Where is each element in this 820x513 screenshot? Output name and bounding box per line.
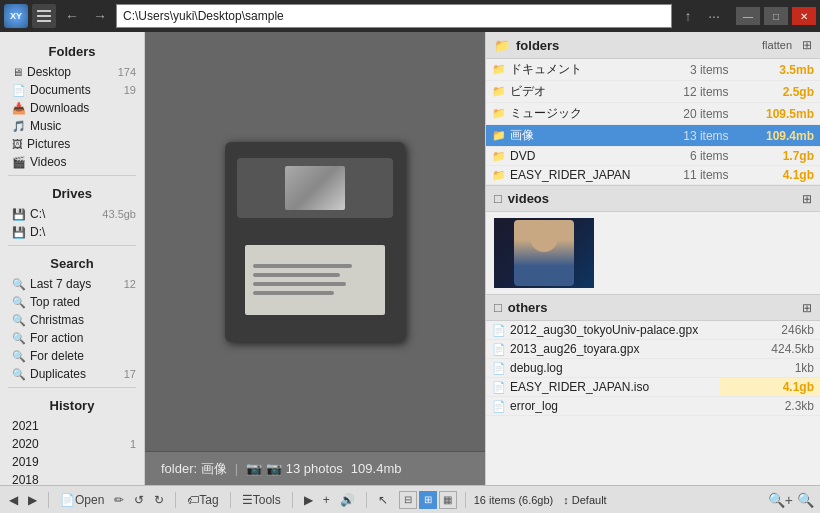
others-table: 📄2012_aug30_tokyoUniv-palace.gpx246kb📄20… [486, 321, 820, 416]
sidebar-item-label: Downloads [30, 101, 136, 115]
videos-section-title: videos [508, 191, 796, 206]
nav-back-button[interactable]: ← [60, 4, 84, 28]
minimize-button[interactable]: — [736, 7, 760, 25]
tools-icon: ☰ [242, 493, 253, 507]
divider-2 [8, 245, 136, 246]
file-row[interactable]: 📄EASY_RIDER_JAPAN.iso4.1gb [486, 378, 820, 397]
sidebar-item-downloads[interactable]: 📥Downloads [0, 99, 144, 117]
folders-grid-icon[interactable]: ⊞ [802, 38, 812, 52]
folder-icon: 🖥 [12, 66, 23, 78]
file-row[interactable]: 📄2012_aug30_tokyoUniv-palace.gpx246kb [486, 321, 820, 340]
edit-button[interactable]: ✏ [111, 491, 127, 509]
hamburger-button[interactable] [32, 4, 56, 28]
folder-row[interactable]: 📁ビデオ12 items2.5gb [486, 81, 820, 103]
others-grid-icon[interactable]: ⊞ [802, 301, 812, 315]
sidebar-history-2020[interactable]: 20201 [0, 435, 144, 453]
sidebar-search-top-rated[interactable]: 🔍Top rated [0, 293, 144, 311]
file-row[interactable]: 📄debug.log1kb [486, 359, 820, 378]
preview-panel [145, 32, 485, 451]
file-name-cell: 📄2013_aug26_toyara.gpx [486, 340, 720, 359]
folders-section-title: Folders [0, 38, 144, 63]
nav-forward-button[interactable]: → [88, 4, 112, 28]
sidebar-search-for-action[interactable]: 🔍For action [0, 329, 144, 347]
folders-table: 📁ドキュメント3 items3.5mb📁ビデオ12 items2.5gb📁ミュー… [486, 59, 820, 185]
tag-icon: 🏷 [187, 493, 199, 507]
close-button[interactable]: ✕ [792, 7, 816, 25]
sidebar-drive-count: 43.5gb [102, 208, 136, 220]
video-thumbnail[interactable] [494, 218, 594, 288]
folders-section-title: folders [516, 38, 752, 53]
status-sep-5 [366, 492, 367, 508]
open-button[interactable]: 📄 Open [57, 491, 107, 509]
more-button[interactable]: ··· [704, 8, 724, 24]
sidebar-item-documents[interactable]: 📄Documents19 [0, 81, 144, 99]
folder-row[interactable]: 📁ドキュメント3 items3.5mb [486, 59, 820, 81]
folder-count-cell: 11 items [653, 166, 735, 185]
folder-row[interactable]: 📁EASY_RIDER_JAPAN11 items4.1gb [486, 166, 820, 185]
folder-row[interactable]: 📁画像13 items109.4mb [486, 125, 820, 147]
sidebar-search-label: Duplicates [30, 367, 120, 381]
folders-section-header: 📁 folders flatten ⊞ [486, 32, 820, 59]
tag-button[interactable]: 🏷 Tag [184, 491, 221, 509]
sidebar-search-duplicates[interactable]: 🔍Duplicates17 [0, 365, 144, 383]
flatten-button[interactable]: flatten [758, 37, 796, 53]
folder-photos-size: 109.4mb [351, 461, 402, 476]
folder-size-cell: 109.4mb [735, 125, 820, 147]
folder-icon: 🖼 [12, 138, 23, 150]
sidebar-search-for-delete[interactable]: 🔍For delete [0, 347, 144, 365]
tag-label: Tag [199, 493, 218, 507]
videos-section-header: □ videos ⊞ [486, 186, 820, 212]
sidebar-history-2021[interactable]: 2021 [0, 417, 144, 435]
view-btn-1[interactable]: ⊟ [399, 491, 417, 509]
sidebar-item-music[interactable]: 🎵Music [0, 117, 144, 135]
file-icon: 📄 [492, 362, 506, 374]
sound-button[interactable]: 🔊 [337, 491, 358, 509]
zoom-out-button[interactable]: 🔍 [797, 492, 814, 508]
search-icon: 🔍 [12, 314, 26, 327]
floppy-line-4 [253, 291, 334, 295]
folder-count-cell: 20 items [653, 103, 735, 125]
view-btn-2[interactable]: ⊞ [419, 491, 437, 509]
drive-icon: 💾 [12, 226, 26, 239]
sidebar-drive-D:[interactable]: 💾D:\ [0, 223, 144, 241]
view-btn-3[interactable]: ▦ [439, 491, 457, 509]
sidebar-item-desktop[interactable]: 🖥Desktop174 [0, 63, 144, 81]
sidebar-drive-label: C:\ [30, 207, 98, 221]
folder-name-cell: 📁ドキュメント [486, 59, 653, 81]
tools-button[interactable]: ☰ Tools [239, 491, 284, 509]
file-icon: 📄 [492, 343, 506, 355]
sidebar-item-pictures[interactable]: 🖼Pictures [0, 135, 144, 153]
file-row[interactable]: 📄error_log2.3kb [486, 397, 820, 416]
address-bar[interactable] [116, 4, 672, 28]
zoom-in-button[interactable]: 🔍+ [768, 492, 793, 508]
floppy-metal-shutter [285, 166, 345, 210]
folder-row[interactable]: 📁DVD6 items1.7gb [486, 147, 820, 166]
drive-icon: 💾 [12, 208, 26, 221]
select-button[interactable]: ↖ [375, 491, 391, 509]
sidebar-search-christmas[interactable]: 🔍Christmas [0, 311, 144, 329]
add-button[interactable]: + [320, 491, 333, 509]
search-icon: 🔍 [12, 296, 26, 309]
folder-icon: 🎬 [12, 156, 26, 169]
maximize-button[interactable]: □ [764, 7, 788, 25]
sidebar-drive-C:[interactable]: 💾C:\43.5gb [0, 205, 144, 223]
file-name-cell: 📄debug.log [486, 359, 720, 378]
sidebar-item-videos[interactable]: 🎬Videos [0, 153, 144, 171]
play-button[interactable]: ▶ [301, 491, 316, 509]
statusbar: ◀ ▶ 📄 Open ✏ ↺ ↻ 🏷 Tag ☰ Tools ▶ + 🔊 ↖ ⊟… [0, 485, 820, 513]
folder-icon: 🎵 [12, 120, 26, 133]
prev-button[interactable]: ◀ [6, 491, 21, 509]
file-size-cell: 4.1gb [720, 378, 820, 397]
rotate2-button[interactable]: ↻ [151, 491, 167, 509]
rotate-button[interactable]: ↺ [131, 491, 147, 509]
folder-size-cell: 1.7gb [735, 147, 820, 166]
sidebar-history-2019[interactable]: 2019 [0, 453, 144, 471]
sidebar-history-count: 1 [130, 438, 136, 450]
nav-up-button[interactable]: ↑ [676, 4, 700, 28]
folder-row[interactable]: 📁ミュージック20 items109.5mb [486, 103, 820, 125]
next-button[interactable]: ▶ [25, 491, 40, 509]
videos-grid-icon[interactable]: ⊞ [802, 192, 812, 206]
sidebar-history-2018[interactable]: 2018 [0, 471, 144, 485]
sidebar-search-last-7-days[interactable]: 🔍Last 7 days12 [0, 275, 144, 293]
file-row[interactable]: 📄2013_aug26_toyara.gpx424.5kb [486, 340, 820, 359]
